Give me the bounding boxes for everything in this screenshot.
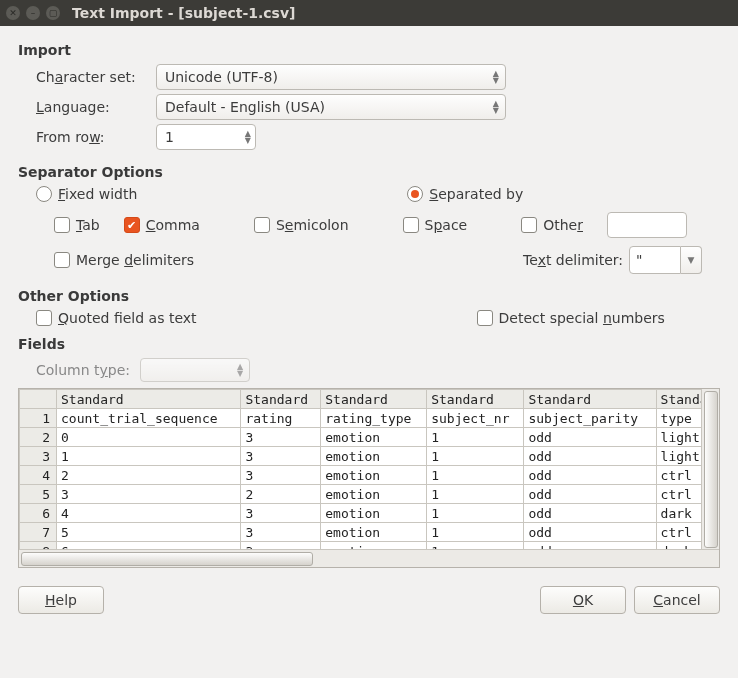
titlebar: ✕ – ▢ Text Import - [subject-1.csv] xyxy=(0,0,738,26)
data-cell: 1 xyxy=(427,504,524,523)
chevron-up-down-icon: ▲▼ xyxy=(237,363,243,377)
row-number: 4 xyxy=(20,466,57,485)
data-cell: emotion xyxy=(321,466,427,485)
data-cell: emotion xyxy=(321,504,427,523)
separated-by-radio[interactable]: Separated by xyxy=(407,186,523,202)
fixed-width-label: Fixed width xyxy=(58,186,137,202)
row-number: 7 xyxy=(20,523,57,542)
radio-icon xyxy=(407,186,423,202)
data-cell: odd xyxy=(524,485,656,504)
comma-checkbox[interactable]: ✔ Comma xyxy=(124,217,200,233)
space-checkbox[interactable]: Space xyxy=(403,217,468,233)
data-cell: 3 xyxy=(241,504,321,523)
minimize-icon[interactable]: – xyxy=(26,6,40,20)
other-input[interactable] xyxy=(607,212,687,238)
data-cell: odd xyxy=(524,504,656,523)
charset-dropdown[interactable]: Unicode (UTF-8) ▲▼ xyxy=(156,64,506,90)
data-cell: 6 xyxy=(57,542,241,550)
ok-button[interactable]: OK xyxy=(540,586,626,614)
row-number: 8 xyxy=(20,542,57,550)
horizontal-scrollbar[interactable] xyxy=(19,549,719,567)
from-row-spinner[interactable]: 1 ▲▼ xyxy=(156,124,256,150)
column-type-header[interactable]: Standard xyxy=(57,390,241,409)
data-cell: 3 xyxy=(241,523,321,542)
row-number: 5 xyxy=(20,485,57,504)
chevron-up-down-icon: ▲▼ xyxy=(493,100,499,114)
column-type-header[interactable]: Standard xyxy=(241,390,321,409)
from-row-label: From row: xyxy=(36,129,156,145)
corner-cell xyxy=(20,390,57,409)
fixed-width-radio[interactable]: Fixed width xyxy=(36,186,137,202)
cancel-button[interactable]: Cancel xyxy=(634,586,720,614)
data-cell: 3 xyxy=(57,485,241,504)
data-cell: 3 xyxy=(241,542,321,550)
from-row-value: 1 xyxy=(165,129,174,145)
data-cell: emotion xyxy=(321,447,427,466)
space-label: Space xyxy=(425,217,468,233)
semicolon-checkbox[interactable]: Semicolon xyxy=(254,217,349,233)
data-cell: 1 xyxy=(427,466,524,485)
column-type-header[interactable]: Standard xyxy=(321,390,427,409)
maximize-icon[interactable]: ▢ xyxy=(46,6,60,20)
semicolon-label: Semicolon xyxy=(276,217,349,233)
data-cell: emotion xyxy=(321,523,427,542)
detect-numbers-checkbox[interactable]: Detect special numbers xyxy=(477,310,665,326)
data-cell: subject_nr xyxy=(427,409,524,428)
fields-heading: Fields xyxy=(18,336,720,352)
text-delimiter-input[interactable]: " xyxy=(629,246,681,274)
data-cell: rating xyxy=(241,409,321,428)
detect-numbers-label: Detect special numbers xyxy=(499,310,665,326)
comma-label: Comma xyxy=(146,217,200,233)
data-cell: 3 xyxy=(241,447,321,466)
help-button[interactable]: Help xyxy=(18,586,104,614)
data-cell: 1 xyxy=(427,542,524,550)
quoted-field-label: Quoted field as text xyxy=(58,310,197,326)
text-delimiter-dropdown-button[interactable]: ▼ xyxy=(681,246,702,274)
other-label: Other xyxy=(543,217,583,233)
charset-label: Character set: xyxy=(36,69,156,85)
radio-icon xyxy=(36,186,52,202)
column-type-dropdown[interactable]: ▲▼ xyxy=(140,358,250,382)
data-cell: 1 xyxy=(427,428,524,447)
merge-delimiters-label: Merge delimiters xyxy=(76,252,194,268)
language-dropdown[interactable]: Default - English (USA) ▲▼ xyxy=(156,94,506,120)
close-icon[interactable]: ✕ xyxy=(6,6,20,20)
data-cell: rating_type xyxy=(321,409,427,428)
vertical-scrollbar[interactable] xyxy=(701,389,719,550)
data-cell: 4 xyxy=(57,504,241,523)
preview-grid[interactable]: StandardStandardStandardStandardStandard… xyxy=(18,388,720,568)
charset-value: Unicode (UTF-8) xyxy=(165,69,278,85)
data-cell: 3 xyxy=(241,428,321,447)
data-cell: 1 xyxy=(427,523,524,542)
other-checkbox[interactable]: Other xyxy=(521,217,583,233)
data-cell: 5 xyxy=(57,523,241,542)
import-heading: Import xyxy=(18,42,720,58)
chevron-up-down-icon: ▲▼ xyxy=(245,130,251,144)
chevron-up-down-icon: ▲▼ xyxy=(493,70,499,84)
quoted-field-checkbox[interactable]: Quoted field as text xyxy=(36,310,197,326)
checkbox-icon xyxy=(54,252,70,268)
column-type-header[interactable]: Standard xyxy=(524,390,656,409)
data-cell: odd xyxy=(524,542,656,550)
merge-delimiters-checkbox[interactable]: Merge delimiters xyxy=(54,252,194,268)
data-cell: odd xyxy=(524,466,656,485)
column-type-header[interactable]: Standard xyxy=(427,390,524,409)
row-number: 2 xyxy=(20,428,57,447)
language-value: Default - English (USA) xyxy=(165,99,325,115)
data-cell: 2 xyxy=(57,466,241,485)
tab-label: Tab xyxy=(76,217,100,233)
column-type-label: Column type: xyxy=(36,362,130,378)
checkbox-icon xyxy=(254,217,270,233)
text-delimiter-label: Text delimiter: xyxy=(523,252,623,268)
data-cell: emotion xyxy=(321,485,427,504)
data-cell: emotion xyxy=(321,542,427,550)
other-options-heading: Other Options xyxy=(18,288,720,304)
tab-checkbox[interactable]: Tab xyxy=(54,217,100,233)
checkbox-icon xyxy=(403,217,419,233)
data-cell: 3 xyxy=(241,466,321,485)
checkbox-icon xyxy=(477,310,493,326)
window-title: Text Import - [subject-1.csv] xyxy=(72,5,295,21)
data-cell: emotion xyxy=(321,428,427,447)
row-number: 3 xyxy=(20,447,57,466)
separator-heading: Separator Options xyxy=(18,164,720,180)
